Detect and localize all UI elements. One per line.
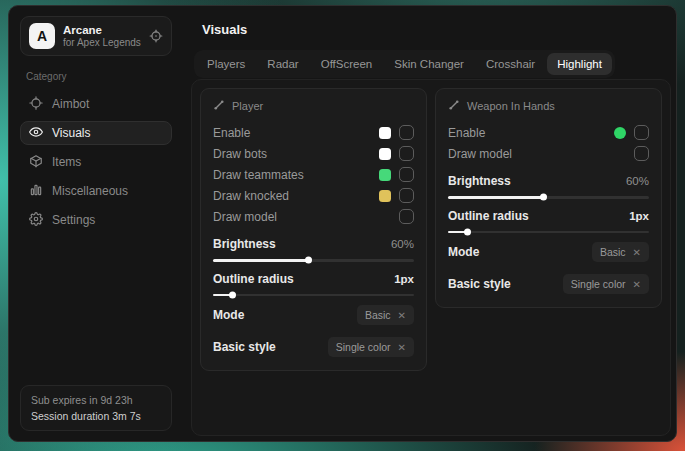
sidebar-item-visuals[interactable]: Visuals	[20, 121, 172, 145]
tab-skin-changer[interactable]: Skin Changer	[384, 53, 474, 75]
weapon-in-hands-panel: Weapon In Hands Enable Draw model	[435, 88, 662, 308]
brightness-value: 60%	[626, 175, 649, 187]
mode-row: Mode Basic ✕	[213, 302, 414, 328]
player-panel: Player Enable Draw bots	[200, 88, 427, 371]
sidebar-item-label: Visuals	[52, 126, 90, 140]
enable-row: Enable	[448, 122, 649, 143]
basic-style-row: Basic style Single color ✕	[448, 271, 649, 297]
color-swatch[interactable]	[379, 148, 391, 160]
draw-teammates-checkbox[interactable]	[399, 167, 414, 182]
mode-tag[interactable]: Basic ✕	[592, 242, 649, 262]
draw-knocked-row: Draw knocked	[213, 185, 414, 206]
page-title: Visuals	[202, 22, 247, 37]
app-subtitle: for Apex Legends	[63, 37, 141, 50]
remove-icon[interactable]: ✕	[633, 247, 641, 258]
sidebar: A Arcane for Apex Legends Category	[9, 6, 183, 441]
draw-model-checkbox[interactable]	[399, 209, 414, 224]
remove-icon[interactable]: ✕	[398, 342, 406, 353]
enable-checkbox[interactable]	[399, 125, 414, 140]
brightness-slider[interactable]	[448, 196, 649, 199]
gear-icon	[29, 212, 43, 229]
sidebar-item-aimbot[interactable]: Aimbot	[20, 92, 172, 116]
brightness-value: 60%	[391, 238, 414, 250]
remove-icon[interactable]: ✕	[633, 279, 641, 290]
draw-model-row: Draw model	[448, 143, 649, 164]
basic-style-tag[interactable]: Single color ✕	[328, 337, 414, 357]
tab-offscreen[interactable]: OffScreen	[311, 53, 383, 75]
draw-model-checkbox[interactable]	[634, 146, 649, 161]
sidebar-item-label: Items	[52, 155, 81, 169]
outline-radius-group: Outline radius 1px	[213, 270, 414, 297]
box-icon	[29, 154, 43, 171]
sidebar-item-label: Settings	[52, 213, 95, 227]
basic-style-row: Basic style Single color ✕	[213, 334, 414, 360]
sidebar-nav: Aimbot Visuals Items	[20, 92, 172, 232]
draw-bots-row: Draw bots	[213, 143, 414, 164]
main-area: Visuals Players Radar OffScreen Skin Cha…	[183, 6, 676, 441]
color-swatch[interactable]	[614, 127, 626, 139]
session-duration-text: Session duration 3m 7s	[31, 410, 161, 422]
remove-icon[interactable]: ✕	[398, 310, 406, 321]
draw-model-row: Draw model	[213, 206, 414, 227]
app-logo: A	[29, 23, 55, 49]
tab-highlight[interactable]: Highlight	[547, 53, 612, 75]
draw-teammates-row: Draw teammates	[213, 164, 414, 185]
brightness-group: Brightness 60%	[213, 235, 414, 262]
outline-radius-value: 1px	[394, 273, 414, 285]
outline-radius-value: 1px	[629, 210, 649, 222]
basic-style-tag[interactable]: Single color ✕	[563, 274, 649, 294]
mode-row: Mode Basic ✕	[448, 239, 649, 265]
sidebar-item-items[interactable]: Items	[20, 150, 172, 174]
enable-row: Enable	[213, 122, 414, 143]
enable-checkbox[interactable]	[634, 125, 649, 140]
highlight-content: Player Enable Draw bots	[191, 79, 671, 436]
outline-radius-slider[interactable]	[448, 231, 649, 234]
brightness-slider[interactable]	[213, 259, 414, 262]
outline-radius-slider[interactable]	[213, 294, 414, 297]
app-header-card: A Arcane for Apex Legends	[20, 16, 172, 56]
sidebar-item-miscellaneous[interactable]: Miscellaneous	[20, 179, 172, 203]
bone-icon	[448, 99, 460, 113]
category-label: Category	[26, 71, 172, 82]
eye-icon	[29, 125, 43, 142]
tab-players[interactable]: Players	[197, 53, 255, 75]
color-swatch[interactable]	[379, 169, 391, 181]
color-swatch[interactable]	[379, 190, 391, 202]
target-icon[interactable]	[149, 29, 163, 43]
panel-title: Player	[232, 100, 263, 112]
sidebar-item-label: Miscellaneous	[52, 184, 128, 198]
mode-tag[interactable]: Basic ✕	[357, 305, 414, 325]
app-window: A Arcane for Apex Legends Category	[8, 5, 677, 442]
visuals-tabbar: Players Radar OffScreen Skin Changer Cro…	[194, 50, 615, 78]
outline-radius-group: Outline radius 1px	[448, 207, 649, 234]
tab-crosshair[interactable]: Crosshair	[476, 53, 545, 75]
subscription-card: Sub expires in 9d 23h Session duration 3…	[20, 385, 172, 431]
aimbot-icon	[29, 96, 43, 113]
color-swatch[interactable]	[379, 127, 391, 139]
draw-bots-checkbox[interactable]	[399, 146, 414, 161]
sub-expires-text: Sub expires in 9d 23h	[31, 394, 161, 406]
draw-knocked-checkbox[interactable]	[399, 188, 414, 203]
panel-title: Weapon In Hands	[467, 100, 555, 112]
columns-icon	[29, 183, 43, 200]
tab-radar[interactable]: Radar	[257, 53, 308, 75]
app-name: Arcane	[63, 23, 141, 37]
sidebar-item-settings[interactable]: Settings	[20, 208, 172, 232]
sidebar-item-label: Aimbot	[52, 97, 89, 111]
brightness-group: Brightness 60%	[448, 172, 649, 199]
bone-icon	[213, 99, 225, 113]
